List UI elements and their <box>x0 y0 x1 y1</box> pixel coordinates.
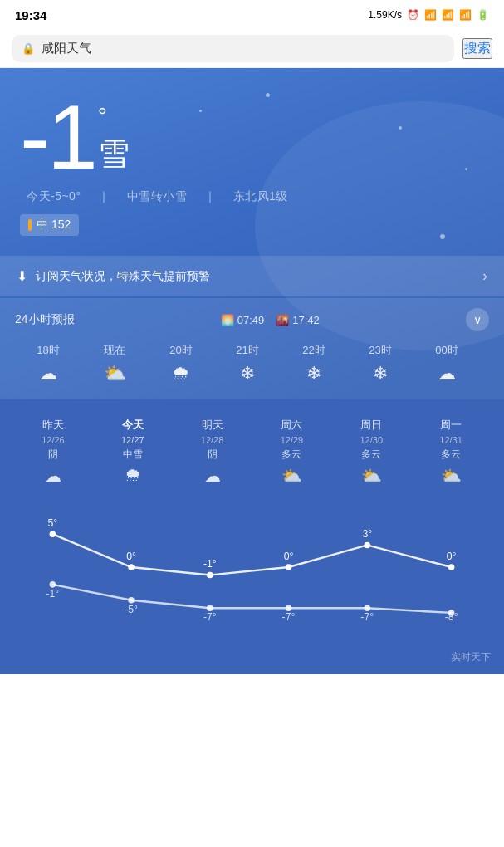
high-dot-3 <box>286 564 292 570</box>
signal-icon: 📶 <box>442 9 454 21</box>
day-icon-4: ⛅ <box>361 466 382 486</box>
hour-label-0: 18时 <box>37 343 59 358</box>
search-bar: 🔒 咸阳天气 搜索 <box>0 30 504 68</box>
high-label-2: -1° <box>203 558 217 570</box>
sunset-time: 17:42 <box>292 314 320 326</box>
day-date-2: 12/28 <box>201 435 224 445</box>
low-temp-line <box>52 585 451 613</box>
day-icon-0: ☁ <box>45 466 61 486</box>
hourly-scroll[interactable]: 18时 ☁ 现在 ⛅ 20时 🌨 21时 ❄ 22时 ❄ 23时 ❄ 00时 ☁ <box>15 340 489 399</box>
degree-symbol: ° <box>98 105 130 128</box>
hour-label-3: 21时 <box>236 343 258 358</box>
status-bar: 19:34 1.59K/s ⏰ 📶 📶 📶 🔋 <box>0 0 504 30</box>
hour-icon-2: 🌨 <box>172 363 190 384</box>
day-desc-3: 多云 <box>281 448 301 462</box>
lock-icon: 🔒 <box>22 42 35 55</box>
subscribe-text: 订阅天气状况，特殊天气提前预警 <box>36 269 482 284</box>
degree-weather-wrap: ° 雪 <box>98 91 130 175</box>
daily-grid: 昨天 12/26 阴 ☁ 今天 12/27 中雪 🌨 明天 12/28 阴 ☁ … <box>13 413 491 492</box>
hour-icon-4: ❄ <box>306 363 321 384</box>
day-date-1: 12/27 <box>121 435 144 445</box>
high-temp-line <box>52 534 451 575</box>
day-name-3: 周六 <box>281 418 302 433</box>
hour-icon-5: ❄ <box>373 363 388 384</box>
hour-icon-6: ☁ <box>438 363 456 384</box>
high-label-5: 0° <box>447 551 457 562</box>
search-button[interactable]: 搜索 <box>462 38 492 59</box>
day-col-2: 明天 12/28 阴 ☁ <box>173 413 252 492</box>
subscribe-banner[interactable]: ⬇ 订阅天气状况，特殊天气提前预警 › <box>0 256 504 296</box>
day-date-3: 12/29 <box>281 435 304 445</box>
hour-item-4: 22时 ❄ <box>281 340 347 388</box>
sunrise-icon: 🌅 <box>221 314 234 326</box>
separator2: ｜ <box>204 189 217 203</box>
hour-item-3: 21时 ❄ <box>214 340 281 388</box>
temperature-value: -1 <box>20 91 95 183</box>
status-time: 19:34 <box>15 8 46 22</box>
day-col-5: 周一 12/31 多云 ⛅ <box>411 413 491 492</box>
weather-condition: 雪 <box>98 133 130 175</box>
hour-label-1: 现在 <box>104 343 125 358</box>
day-name-1: 今天 <box>122 418 144 433</box>
day-date-4: 12/30 <box>360 435 383 445</box>
day-col-0: 昨天 12/26 阴 ☁ <box>13 413 93 492</box>
forecast-title: 24小时预报 <box>15 312 75 327</box>
today-desc: 中雪转小雪 <box>127 189 188 203</box>
chart-svg: 5° 0° -1° 0° 3° 0° <box>13 509 491 625</box>
sunset-icon: 🌇 <box>276 314 289 326</box>
high-dot-5 <box>448 564 455 570</box>
high-dot-1 <box>128 564 135 570</box>
today-info: 今天-5~0° ｜ 中雪转小雪 ｜ 东北风1级 <box>20 189 484 204</box>
temp-chart: 5° 0° -1° 0° 3° 0° <box>13 501 491 645</box>
day-col-1: 今天 12/27 中雪 🌨 <box>93 413 173 492</box>
battery-icon: 🔋 <box>477 9 489 21</box>
separator1: ｜ <box>98 189 110 203</box>
day-desc-5: 多云 <box>441 448 461 462</box>
low-label-1: -5° <box>125 604 138 615</box>
day-desc-2: 阴 <box>208 448 218 462</box>
day-name-4: 周日 <box>360 418 382 433</box>
chevron-down-icon: ∨ <box>473 313 482 326</box>
day-icon-3: ⛅ <box>281 466 302 486</box>
day-col-3: 周六 12/29 多云 ⛅ <box>252 413 332 492</box>
hour-item-2: 20时 🌨 <box>148 340 214 388</box>
low-dot-0 <box>50 581 56 588</box>
wifi-icon: 📶 <box>424 9 437 21</box>
hour-item-5: 23时 ❄ <box>347 340 413 388</box>
day-desc-1: 中雪 <box>123 448 143 462</box>
day-desc-4: 多云 <box>361 448 381 462</box>
sunrise-sunset: 🌅 07:49 🌇 17:42 <box>221 314 320 326</box>
low-label-0: -1° <box>46 588 59 600</box>
hour-icon-0: ☁ <box>39 363 57 384</box>
status-icons: 1.59K/s ⏰ 📶 📶 📶 🔋 <box>368 9 489 21</box>
low-label-5: -8° <box>445 611 458 623</box>
day-icon-1: 🌨 <box>125 466 141 485</box>
low-dot-2 <box>207 605 213 611</box>
aqi-badge: 中 152 <box>20 214 79 236</box>
day-date-5: 12/31 <box>439 435 462 445</box>
hour-item-1: 现在 ⛅ <box>81 340 148 388</box>
sunset-item: 🌇 17:42 <box>276 314 320 326</box>
hour-icon-3: ❄ <box>240 363 255 384</box>
low-dot-1 <box>128 597 135 604</box>
low-label-4: -7° <box>360 611 374 623</box>
sunrise-item: 🌅 07:49 <box>221 314 265 326</box>
low-label-2: -7° <box>203 611 217 623</box>
day-icon-2: ☁ <box>204 466 221 486</box>
hour-label-2: 20时 <box>169 343 192 358</box>
wind-info: 东北风1级 <box>233 189 288 203</box>
hour-item-6: 00时 ☁ <box>413 340 480 388</box>
day-desc-0: 阴 <box>48 448 58 462</box>
day-name-5: 周一 <box>440 418 462 433</box>
download-icon: ⬇ <box>17 268 27 284</box>
high-dot-4 <box>364 542 370 549</box>
search-input-wrap[interactable]: 🔒 咸阳天气 <box>12 35 454 62</box>
temperature-row: -1 ° 雪 <box>20 91 484 183</box>
high-label-3: 0° <box>284 551 294 562</box>
expand-button[interactable]: ∨ <box>466 308 489 331</box>
alarm-icon: ⏰ <box>407 9 419 21</box>
hour-item-0: 18时 ☁ <box>15 340 81 388</box>
watermark-text: 实时天下 <box>451 651 491 663</box>
weather-top: -1 ° 雪 今天-5~0° ｜ 中雪转小雪 ｜ 东北风1级 中 152 <box>0 68 504 249</box>
day-name-0: 昨天 <box>42 418 64 433</box>
